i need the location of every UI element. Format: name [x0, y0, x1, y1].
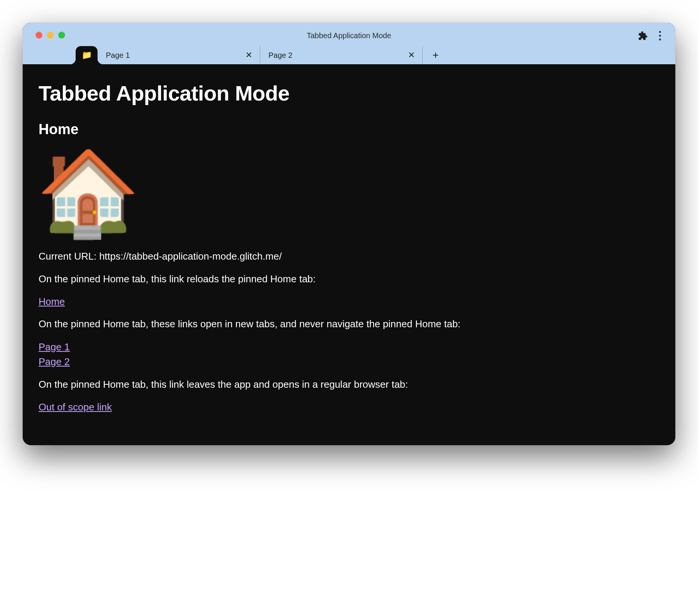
tab-page-2[interactable]: Page 2 ✕ [260, 46, 423, 64]
house-icon: 🏠 [36, 151, 659, 234]
link-home[interactable]: Home [39, 296, 65, 307]
para-reload: On the pinned Home tab, this link reload… [39, 272, 659, 286]
current-url-value: https://tabbed-application-mode.glitch.m… [99, 251, 282, 262]
current-url-line: Current URL: https://tabbed-application-… [39, 249, 659, 264]
window-title: Tabbed Application Mode [30, 31, 668, 40]
link-page-2[interactable]: Page 2 [39, 354, 659, 369]
page-content: Tabbed Application Mode Home 🏠 Current U… [23, 64, 675, 445]
close-icon[interactable]: ✕ [406, 50, 417, 60]
window-minimize-button[interactable] [47, 32, 54, 39]
pinned-home-tab[interactable]: 📁 [76, 46, 98, 64]
folder-icon: 📁 [82, 51, 92, 59]
window-maximize-button[interactable] [58, 32, 65, 39]
titlebar: Tabbed Application Mode 📁 Page 1 ✕ [23, 23, 675, 64]
tab-label: Page 2 [268, 51, 401, 60]
window-controls [36, 32, 65, 39]
tab-label: Page 1 [106, 51, 239, 60]
para-leave: On the pinned Home tab, this link leaves… [39, 378, 659, 392]
window-close-button[interactable] [36, 32, 42, 39]
new-tab-button[interactable]: + [427, 46, 445, 64]
para-newtabs: On the pinned Home tab, these links open… [39, 317, 659, 331]
page-title: Tabbed Application Mode [39, 78, 659, 108]
extensions-icon[interactable] [638, 31, 648, 41]
link-page-1[interactable]: Page 1 [39, 340, 659, 354]
menu-icon[interactable] [656, 29, 664, 42]
app-window: Tabbed Application Mode 📁 Page 1 ✕ [23, 23, 675, 445]
tab-strip: 📁 Page 1 ✕ Page 2 ✕ + [30, 43, 668, 64]
link-out-of-scope[interactable]: Out of scope link [39, 401, 112, 413]
current-url-label: Current URL: [39, 251, 99, 262]
tab-page-1[interactable]: Page 1 ✕ [98, 46, 260, 64]
close-icon[interactable]: ✕ [243, 50, 254, 60]
page-subtitle: Home [39, 119, 659, 140]
